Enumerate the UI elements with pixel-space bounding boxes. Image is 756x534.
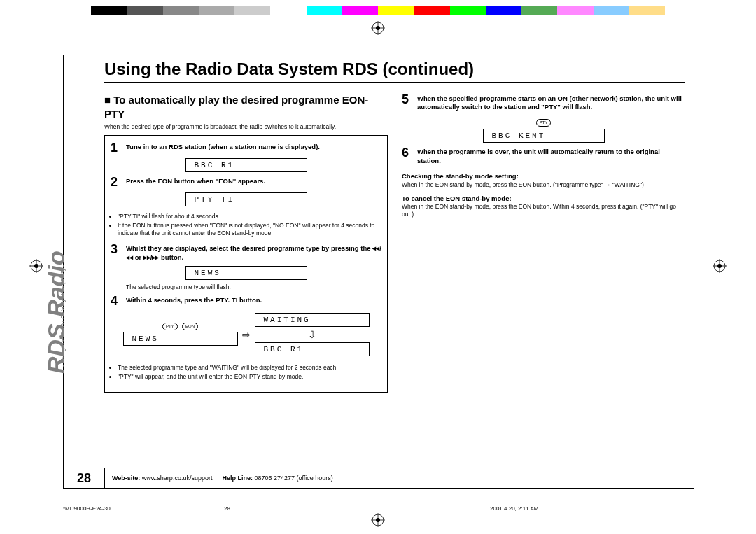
step: 6 When the programme is over, the unit w… <box>402 146 685 165</box>
bullet: The selected programme type and "WAITING… <box>118 364 382 372</box>
section-heading: ■ To automatically play the desired prog… <box>104 93 388 120</box>
arrow-right-icon: ⇨ <box>242 328 251 341</box>
body-text: When in the EON stand-by mode, press the… <box>402 181 685 189</box>
step-text: When the programme is over, the unit wil… <box>417 146 685 165</box>
lcd-display: PTY TI <box>186 192 307 206</box>
step-box: 1 Tune in to an RDS station (when a stat… <box>104 135 388 393</box>
step-text: Tune in to an RDS station (when a statio… <box>126 141 382 154</box>
print-color-bar <box>91 6 665 15</box>
step-number: 2 <box>111 176 120 188</box>
registration-mark-icon <box>371 21 385 35</box>
note-text: The selected programme type will flash. <box>126 283 382 291</box>
button-icons: PTY EON <box>161 322 200 331</box>
body-text: When in the EON stand-by mode, press the… <box>402 203 685 218</box>
step: 1 Tune in to an RDS station (when a stat… <box>111 141 382 154</box>
step-text: When the specified programme starts on a… <box>417 93 685 112</box>
bullet-list: "PTY TI" will flash for about 4 seconds.… <box>111 213 382 237</box>
step: 3 Whilst they are displayed, select the … <box>111 243 382 262</box>
bullet: "PTY TI" will flash for about 4 seconds. <box>118 213 382 220</box>
page-frame: RDS Radio - Using the Radio Data System … <box>63 55 694 489</box>
eon-button-icon: EON <box>182 323 198 331</box>
registration-mark-icon <box>371 513 385 527</box>
svg-point-15 <box>376 518 380 522</box>
pty-button-icon: PTY <box>536 119 552 127</box>
bullet: If the EON button is pressed when "EON" … <box>118 222 382 237</box>
sub-heading: Checking the stand-by mode setting: <box>402 172 685 181</box>
step-number: 6 <box>402 146 412 165</box>
print-page: 28 <box>224 505 230 512</box>
left-column: ■ To automatically play the desired prog… <box>104 93 388 393</box>
page-footer: 28 Web-site: www.sharp.co.uk/support Hel… <box>64 468 694 488</box>
lcd-display: NEWS <box>186 266 307 280</box>
step-number: 1 <box>111 141 120 154</box>
bullet: "PTY" will appear, and the unit will ent… <box>118 373 382 381</box>
sidebar-subtitle: - Using the Radio Data System (RDS) - <box>59 265 66 367</box>
step-number: 3 <box>111 243 120 262</box>
step: 2 Press the EON button when "EON" appear… <box>111 176 382 188</box>
print-filename: *MD9000H-E24-30 <box>63 505 111 512</box>
page-title: Using the Radio Data System RDS (continu… <box>104 59 685 83</box>
lcd-display: BBC R1 <box>255 342 370 356</box>
lcd-display: WAITING <box>255 313 370 327</box>
sidebar-title: RDS Radio <box>43 251 70 374</box>
footer-info: Web-site: www.sharp.co.uk/support Help L… <box>104 468 694 488</box>
sub-heading: To cancel the EON stand-by mode: <box>402 195 685 203</box>
arrow-down-icon: ⇩ <box>308 328 316 341</box>
step: 5 When the specified programme starts on… <box>402 93 685 112</box>
lcd-display: BBC R1 <box>186 158 307 172</box>
intro-text: When the desired type of programme is br… <box>104 123 388 131</box>
svg-point-7 <box>718 264 722 268</box>
step-text: Whilst they are displayed, select the de… <box>126 243 382 262</box>
sidebar-tab: RDS Radio - Using the Radio Data System … <box>25 181 67 377</box>
page-number: 28 <box>64 471 104 486</box>
step-number: 5 <box>402 93 412 112</box>
bullet-list: The selected programme type and "WAITING… <box>111 364 382 381</box>
svg-point-11 <box>376 26 380 30</box>
print-date: 2001.4.20, 2:11 AM <box>490 505 538 512</box>
lcd-display: NEWS <box>123 332 238 346</box>
flow-diagram: PTY EON NEWS ⇨ WAITING ⇩ BBC R1 <box>111 311 382 358</box>
registration-mark-icon <box>713 259 727 273</box>
pty-button-icon: PTY <box>162 323 178 331</box>
step-number: 4 <box>111 295 120 307</box>
right-column: 5 When the specified programme starts on… <box>402 93 685 393</box>
step: 4 Within 4 seconds, press the PTY. TI bu… <box>111 295 382 307</box>
lcd-display: BBC KENT <box>483 129 605 143</box>
lcd-group: PTY BBC KENT <box>402 119 685 147</box>
step-text: Within 4 seconds, press the PTY. TI butt… <box>126 295 382 307</box>
step-text: Press the EON button when "EON" appears. <box>126 176 382 188</box>
